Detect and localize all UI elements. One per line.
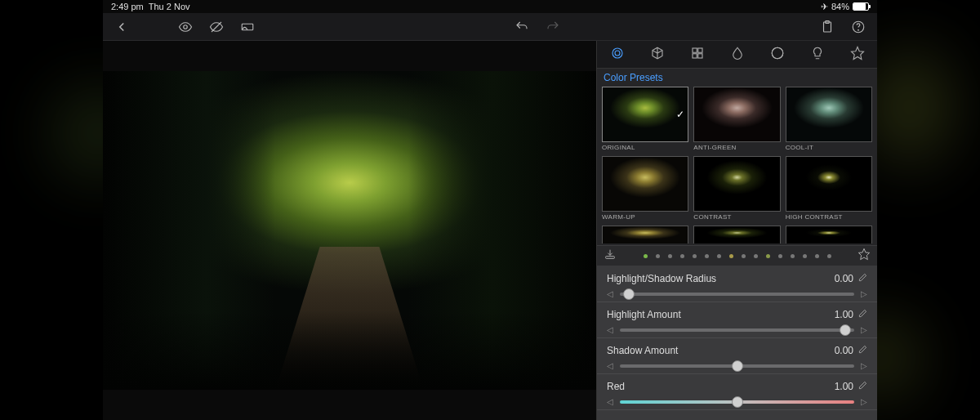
preset-label: WARM-UP [602, 212, 688, 224]
increment-icon[interactable]: ▷ [861, 289, 867, 298]
svg-rect-10 [697, 48, 702, 52]
tab-favorites-icon[interactable] [850, 46, 865, 64]
slider-thumb[interactable] [732, 360, 743, 372]
view-original-icon[interactable] [178, 20, 193, 34]
status-battery: 84% [831, 2, 849, 11]
tab-light-icon[interactable] [810, 46, 825, 64]
redo-button[interactable] [546, 20, 560, 34]
status-time: 2:49 pm [111, 2, 144, 11]
slider-thumb[interactable] [732, 396, 743, 408]
svg-rect-15 [606, 257, 615, 259]
svg-rect-9 [693, 48, 697, 52]
preset-label: COOL-IT [786, 142, 872, 154]
pager-dot[interactable] [791, 254, 795, 258]
tab-color-icon[interactable] [610, 46, 625, 64]
status-bar: 2:49 pm Thu 2 Nov ✈︎ 84% [103, 0, 877, 13]
help-icon[interactable] [851, 20, 866, 34]
slider-track[interactable] [620, 328, 854, 332]
svg-point-6 [858, 29, 859, 30]
sliders-panel: Highlight/Shadow Radius0.00◁▷Highlight A… [597, 266, 877, 420]
slider-value: 0.00 [835, 273, 853, 284]
pager-dot[interactable] [778, 254, 782, 258]
pager-dot[interactable] [803, 254, 807, 258]
canvas[interactable] [103, 41, 596, 420]
pager-dot[interactable] [705, 254, 709, 258]
pager-dot[interactable] [729, 254, 733, 258]
compare-icon[interactable] [240, 20, 255, 34]
svg-rect-11 [693, 53, 697, 57]
pager-dot[interactable] [717, 254, 721, 258]
svg-point-7 [612, 48, 622, 58]
pager-dot[interactable] [668, 254, 672, 258]
slider-label: Red [607, 381, 625, 392]
clipboard-icon[interactable] [820, 20, 835, 34]
svg-rect-12 [697, 53, 702, 57]
increment-icon[interactable]: ▷ [861, 397, 867, 406]
slider-highlight-amount: Highlight Amount1.00◁▷ [597, 302, 877, 338]
preset-warm-up[interactable]: WARM-UP [602, 156, 688, 224]
pager-dot[interactable] [680, 254, 684, 258]
battery-icon [853, 2, 869, 11]
preset-contrast[interactable]: CONTRAST [693, 156, 780, 224]
pager-dot[interactable] [815, 254, 819, 258]
pager-dot[interactable] [644, 254, 648, 258]
slider-track[interactable] [620, 293, 854, 296]
edit-value-icon[interactable] [858, 345, 867, 356]
increment-icon[interactable]: ▷ [861, 325, 867, 334]
preset-cool-it[interactable]: COOL-IT [786, 87, 872, 154]
download-preset-icon[interactable] [604, 248, 617, 264]
preset-partial[interactable] [786, 226, 872, 244]
preset-label: HIGH CONTRAST [786, 212, 872, 224]
decrement-icon[interactable]: ◁ [607, 325, 613, 334]
edit-value-icon[interactable] [858, 309, 867, 320]
edit-value-icon[interactable] [858, 273, 867, 284]
preset-label: CONTRAST [693, 212, 780, 224]
slider-value: 0.00 [835, 345, 853, 356]
pager-dot[interactable] [827, 254, 831, 258]
slider-thumb[interactable] [623, 288, 635, 300]
svg-marker-14 [851, 47, 863, 59]
decrement-icon[interactable]: ◁ [607, 397, 613, 406]
pager-dot[interactable] [754, 254, 758, 258]
back-button[interactable] [114, 20, 129, 34]
preset-label: ANTI-GREEN [693, 142, 780, 154]
tab-grid-icon[interactable] [690, 46, 705, 64]
slider-shadow-amount: Shadow Amount0.00◁▷ [597, 338, 877, 374]
preset-pager [597, 245, 877, 266]
slider-track[interactable] [620, 400, 854, 404]
slider-label: Shadow Amount [607, 345, 678, 356]
favorite-preset-icon[interactable] [858, 248, 871, 264]
check-icon: ✓ [676, 109, 684, 120]
svg-point-8 [615, 51, 620, 56]
slider-red: Red1.00◁▷ [597, 374, 877, 410]
slider-value: 1.00 [835, 309, 853, 320]
pager-dot[interactable] [656, 254, 660, 258]
increment-icon[interactable]: ▷ [861, 361, 867, 370]
pager-dot[interactable] [693, 254, 697, 258]
slider-track[interactable] [620, 364, 854, 368]
preset-partial[interactable] [602, 226, 688, 244]
svg-marker-16 [858, 248, 869, 259]
edit-value-icon[interactable] [858, 381, 867, 392]
preset-anti-green[interactable]: ANTI-GREEN [693, 87, 780, 154]
photo-preview [103, 71, 596, 390]
slider-thumb[interactable] [840, 324, 851, 336]
preset-partial[interactable] [693, 226, 780, 244]
tab-blur-icon[interactable] [730, 46, 745, 64]
undo-button[interactable] [514, 20, 529, 34]
toggle-mask-icon[interactable] [209, 20, 224, 34]
decrement-icon[interactable]: ◁ [607, 361, 613, 370]
decrement-icon[interactable]: ◁ [607, 289, 613, 298]
top-toolbar [103, 13, 877, 41]
preset-high-contrast[interactable]: HIGH CONTRAST [786, 156, 872, 224]
slider-value: 1.00 [835, 381, 853, 392]
panel-tabs [597, 41, 877, 69]
slider-label: Highlight Amount [607, 309, 681, 320]
tab-distort-icon[interactable] [770, 46, 785, 64]
pager-dot[interactable] [766, 254, 770, 258]
pager-dot[interactable] [742, 254, 746, 258]
status-date: Thu 2 Nov [149, 2, 190, 11]
svg-point-0 [184, 25, 188, 29]
preset-original[interactable]: ✓ORIGINAL [602, 87, 688, 154]
tab-3d-icon[interactable] [650, 46, 665, 64]
